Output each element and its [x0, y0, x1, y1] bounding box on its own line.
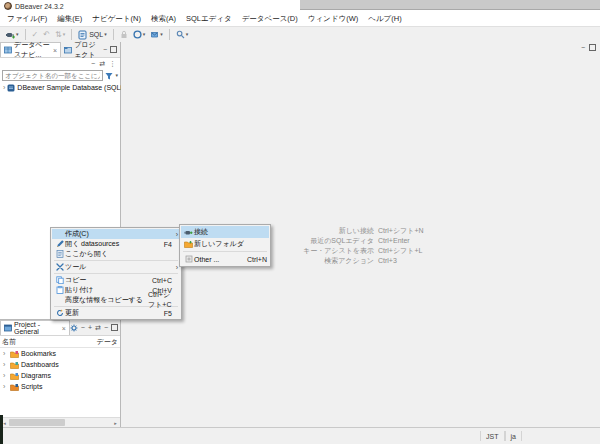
create-submenu: 接続 新しいフォルダ Other ... Ctrl+N: [179, 224, 271, 267]
column-data[interactable]: データ: [97, 337, 118, 347]
context-menu-item-create[interactable]: 作成(C) ›: [52, 229, 180, 239]
tab-project-general[interactable]: Project - General ×: [0, 320, 70, 335]
menu-navigate[interactable]: ナビゲート(N): [87, 14, 146, 24]
editor-window-controls: −: [581, 44, 596, 51]
expander-icon[interactable]: ›: [3, 84, 5, 91]
menu-sql-editor[interactable]: SQLエディタ: [181, 14, 237, 24]
expander-icon[interactable]: ›: [3, 350, 8, 357]
submenu-item-connection[interactable]: 接続: [181, 226, 269, 238]
search-button[interactable]: ▾: [174, 28, 191, 42]
projects-tree: › Bookmarks › Dashboards ›: [0, 348, 120, 417]
context-menu-item-copy-advanced-info[interactable]: 高度な情報をコピーする Ctrl+シフト+C: [52, 295, 180, 305]
menu-separator: [183, 251, 267, 252]
locale-indicator[interactable]: ja: [505, 431, 522, 441]
new-connection-dropdown-icon[interactable]: ▾: [16, 32, 19, 37]
expander-icon[interactable]: ›: [3, 372, 8, 379]
collapse-all-icon[interactable]: −: [91, 60, 95, 67]
tree-item-label: Bookmarks: [21, 350, 56, 357]
sql-console-button[interactable]: ▾: [131, 28, 148, 42]
menu-window[interactable]: ウィンドウ(W): [303, 14, 363, 24]
context-menu-item-copy[interactable]: コピー Ctrl+C: [52, 275, 180, 285]
menu-item-label: 接続: [194, 227, 267, 237]
menu-bar: ファイル(F) 編集(E) ナビゲート(N) 検索(A) SQLエディタ データ…: [0, 12, 600, 26]
column-name[interactable]: 名前: [2, 337, 16, 347]
collapse-all-icon[interactable]: −: [81, 324, 85, 331]
context-menu-item-open-from-here[interactable]: ここから開く: [52, 249, 180, 259]
minimize-view-icon[interactable]: −: [103, 46, 107, 53]
tree-row-scripts[interactable]: › Scripts: [0, 381, 120, 392]
maximize-view-icon[interactable]: [110, 46, 117, 53]
tree-row-connection[interactable]: › DBeaver Sample Database (SQLite): [0, 82, 120, 93]
lock-button[interactable]: [118, 28, 130, 42]
menu-database[interactable]: データベース(D): [237, 14, 303, 24]
transaction-mode-button[interactable]: ⇅ ▾: [53, 28, 67, 42]
paste-icon: [54, 286, 65, 294]
menu-item-label: コピー: [65, 275, 147, 285]
database-navigator-icon: [4, 46, 12, 54]
maximize-editor-icon[interactable]: [589, 44, 596, 51]
open-document-icon: [54, 250, 65, 258]
tab-projects[interactable]: プロジェクト: [61, 42, 103, 57]
tab-close-icon[interactable]: ×: [53, 47, 57, 54]
transaction-mode-icon: ⇅: [55, 31, 62, 39]
hint-label: 検索アクション: [303, 256, 374, 266]
tab-database-navigator[interactable]: データベースナビ... ×: [0, 42, 61, 57]
tools-icon: [54, 263, 65, 271]
minimize-editor-icon[interactable]: −: [581, 44, 585, 51]
expand-all-icon[interactable]: +: [88, 324, 92, 331]
tab-close-icon[interactable]: ×: [62, 325, 66, 332]
link-with-editor-icon[interactable]: ⇄: [99, 60, 105, 68]
menu-item-label: 貼り付け: [65, 285, 147, 295]
edit-pencil-icon: [54, 240, 65, 248]
menu-edit[interactable]: 編集(E): [52, 14, 87, 24]
navigator-tab-row: データベースナビ... × プロジェクト −: [0, 42, 120, 58]
scrollbar-thumb[interactable]: [9, 419, 65, 426]
context-menu-item-tools[interactable]: ツール ›: [52, 262, 180, 272]
filter-funnel-icon[interactable]: [105, 72, 113, 80]
tree-row-bookmarks[interactable]: › Bookmarks: [0, 348, 120, 359]
object-filter-input[interactable]: [2, 70, 103, 81]
menu-item-shortcut: F4: [164, 241, 172, 248]
dbeaver-window: DBeaver 24.3.2 ファイル(F) 編集(E) ナビゲート(N) 検索…: [0, 0, 600, 444]
menu-separator: [54, 260, 178, 261]
tree-row-dashboards[interactable]: › Dashboards: [0, 359, 120, 370]
tree-item-label: Dashboards: [21, 361, 59, 368]
database-connection-icon: [7, 84, 15, 92]
console-dropdown-icon[interactable]: ▾: [143, 32, 146, 37]
connection-plug-icon: [183, 228, 194, 237]
other-wizard-icon: [183, 255, 194, 263]
hint-shortcut: Ctrl+シフト+L: [378, 246, 424, 256]
console-circle-icon: [133, 30, 142, 39]
scroll-right-icon[interactable]: ▸: [111, 418, 120, 427]
submenu-item-new-folder[interactable]: 新しいフォルダ: [181, 238, 269, 250]
filter-dropdown-icon[interactable]: ▾: [115, 73, 118, 78]
submenu-item-other[interactable]: Other ... Ctrl+N: [181, 253, 269, 265]
tree-row-diagrams[interactable]: › Diagrams: [0, 370, 120, 381]
view-menu-icon[interactable]: ⋮: [109, 60, 116, 68]
tasks-button[interactable]: ▾: [148, 28, 165, 42]
menu-item-label: 作成(C): [65, 229, 172, 239]
tasks-dropdown-icon[interactable]: ▾: [160, 32, 163, 37]
horizontal-scrollbar[interactable]: ◂ ▸: [0, 417, 120, 427]
new-connection-plug-icon: [5, 30, 15, 40]
menu-file[interactable]: ファイル(F): [2, 14, 52, 24]
expander-icon[interactable]: ›: [3, 383, 8, 390]
commit-icon: ✓: [32, 31, 39, 39]
hint-label: キー・アシストを表示: [303, 246, 374, 256]
timezone-indicator[interactable]: JST: [480, 431, 504, 441]
expander-icon[interactable]: ›: [3, 361, 8, 368]
submenu-arrow-icon: ›: [172, 231, 178, 238]
search-dropdown-icon[interactable]: ▾: [186, 32, 189, 37]
maximize-view-icon[interactable]: [111, 324, 118, 331]
navigator-filter-row: ▾: [0, 69, 120, 82]
menu-help[interactable]: ヘルプ(H): [363, 14, 406, 24]
context-menu-item-open-datasources[interactable]: 開く datasources F4: [52, 239, 180, 249]
sql-button-label: SQL: [89, 31, 103, 38]
menu-search[interactable]: 検索(A): [146, 14, 181, 24]
link-with-editor-icon[interactable]: ⇄: [95, 324, 101, 332]
settings-gear-icon[interactable]: [70, 324, 78, 332]
dbeaver-logo-icon: [4, 2, 12, 10]
sql-dropdown-icon[interactable]: ▾: [104, 32, 107, 37]
minimize-view-icon[interactable]: −: [104, 324, 108, 331]
hint-shortcut: Ctrl+シフト+N: [378, 226, 424, 236]
